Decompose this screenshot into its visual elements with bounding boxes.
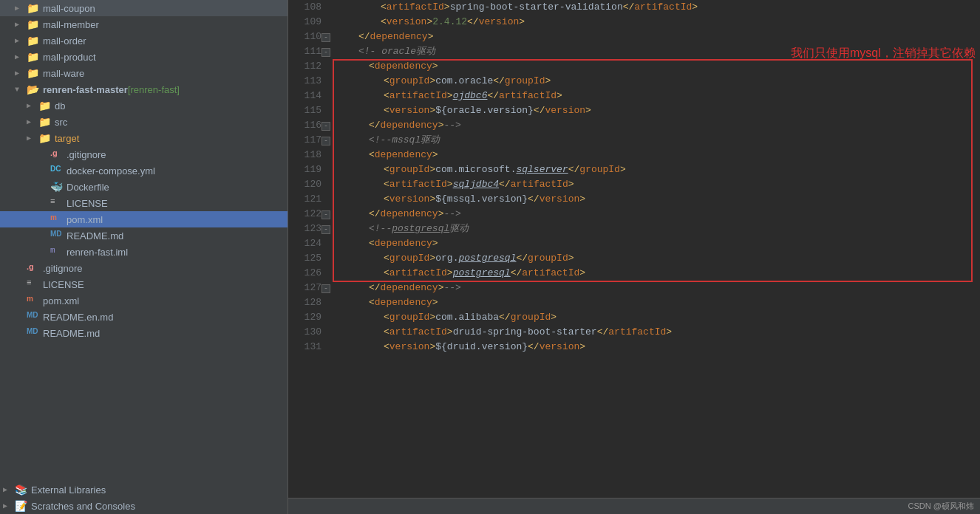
iml-icon: m (50, 246, 64, 258)
sidebar-item-readme-en[interactable]: ▶ MD README.en.md (0, 309, 287, 325)
table-row: 124 <dependency> (288, 236, 980, 251)
sidebar-item-mall-product[interactable]: ▶ 📁 mall-product (0, 49, 287, 65)
sidebar-item-license2[interactable]: ▶ ≡ LICENSE (0, 276, 287, 292)
table-row: 122 - </dependency>--> (288, 207, 980, 222)
line-number: 115 (288, 103, 321, 118)
sidebar-item-label: README.md (67, 230, 123, 241)
folder-icon: 📁 (27, 35, 40, 47)
sidebar-item-readme-md[interactable]: ▶ MD README.md (0, 227, 287, 244)
sidebar-item-label: mall-ware (43, 68, 84, 79)
fold-icon[interactable]: - (321, 122, 330, 131)
gutter-cell: - (321, 281, 336, 295)
code-cell: <groupId>org.postgresql</groupId> (336, 251, 980, 266)
expand-arrow: ▶ (27, 134, 38, 143)
sidebar-item-mall-coupon[interactable]: ▶ 📁 mall-coupon (0, 0, 287, 16)
sidebar-item-scratches[interactable]: ▶ 📝 Scratches and Consoles (0, 498, 287, 514)
fold-icon[interactable]: - (321, 225, 330, 234)
library-icon: 📚 (15, 484, 28, 496)
code-cell: </dependency> (336, 30, 980, 44)
line-number: 128 (288, 295, 321, 310)
folder-icon: 📁 (38, 116, 52, 128)
expand-arrow: ▶ (15, 36, 27, 45)
sidebar-item-license1[interactable]: ▶ ≡ LICENSE (0, 195, 287, 211)
code-cell: <groupId>com.alibaba</groupId> (336, 310, 980, 325)
code-cell: <version>${oracle.version}</version> (336, 103, 980, 118)
line-number: 127 (288, 281, 321, 295)
line-number: 124 (288, 236, 321, 251)
sidebar-item-target[interactable]: ▶ 📁 target (0, 130, 287, 146)
table-row: 121 <version>${mssql.version}</version> (288, 192, 980, 207)
sidebar-item-mall-member[interactable]: ▶ 📁 mall-member (0, 16, 287, 32)
line-number: 119 (288, 162, 321, 177)
folder-icon: 📁 (27, 18, 40, 30)
table-row: 120 <artifactId>sqljdbc4</artifactId> (288, 177, 980, 192)
sidebar-item-db[interactable]: ▶ 📁 db (0, 97, 287, 114)
sidebar-item-pom1[interactable]: ▶ m pom.xml (0, 211, 287, 227)
line-number: 112 (288, 59, 321, 74)
line-number: 130 (288, 325, 321, 340)
gutter-cell (321, 251, 336, 266)
sidebar-item-gitignore2[interactable]: ▶ .g .gitignore (0, 260, 287, 276)
fold-icon[interactable]: - (321, 284, 330, 293)
expand-arrow: ▶ (15, 4, 27, 13)
bottom-bar: CSDN @硕风和炜 (288, 498, 980, 514)
line-number: 125 (288, 251, 321, 266)
folder-icon: 📁 (27, 67, 40, 79)
expand-arrow: ▶ (15, 52, 27, 61)
table-row: 128 <dependency> (288, 295, 980, 310)
table-row: 110 - </dependency> (288, 30, 980, 44)
sidebar-item-docker-compose[interactable]: ▶ DC docker-compose.yml (0, 162, 287, 179)
sidebar-item-pom2[interactable]: ▶ m pom.xml (0, 292, 287, 309)
line-number: 110 (288, 30, 321, 44)
sidebar-item-mall-order[interactable]: ▶ 📁 mall-order (0, 32, 287, 49)
sidebar: ▶ 📁 mall-coupon ▶ 📁 mall-member ▶ 📁 mall… (0, 0, 288, 514)
sidebar-item-gitignore1[interactable]: ▶ .g .gitignore (0, 146, 287, 162)
code-cell: <dependency> (336, 295, 980, 310)
gutter-cell (321, 340, 336, 354)
sidebar-item-renren-fast-master[interactable]: ▼ 📂 renren-fast-master [renren-fast] (0, 81, 287, 97)
gutter-cell (321, 295, 336, 310)
sidebar-item-readme2[interactable]: ▶ MD README.md (0, 325, 287, 341)
fold-icon[interactable]: - (321, 33, 330, 42)
gutter-cell (321, 15, 336, 30)
code-cell: </dependency>--> (336, 281, 980, 295)
code-cell: <artifactId>ojdbc6</artifactId> (336, 89, 980, 103)
gutter-cell (321, 325, 336, 340)
table-row: 131 <version>${druid.version}</version> (288, 340, 980, 354)
dockerfile-icon: 🐳 (50, 181, 64, 193)
expand-arrow: ▶ (15, 69, 27, 78)
md-icon: MD (27, 327, 40, 339)
table-row: 114 <artifactId>ojdbc6</artifactId> (288, 89, 980, 103)
pom-icon: m (27, 295, 40, 306)
fold-icon[interactable]: - (321, 137, 330, 145)
code-scroll-area[interactable]: 108 <artifactId>spring-boot-starter-vali… (288, 0, 980, 498)
code-cell: <groupId>com.oracle</groupId> (336, 74, 980, 89)
sidebar-item-dockerfile[interactable]: ▶ 🐳 Dockerfile (0, 179, 287, 195)
sidebar-item-label: pom.xml (43, 295, 79, 306)
editor-content: 我们只使用mysql，注销掉其它依赖 108 <artifactId>sprin… (288, 0, 980, 498)
code-cell: <dependency> (336, 148, 980, 162)
sidebar-item-src[interactable]: ▶ 📁 src (0, 114, 287, 130)
code-cell: <dependency> (336, 236, 980, 251)
expand-arrow: ▶ (27, 117, 38, 126)
license-icon: ≡ (27, 278, 40, 290)
sidebar-item-mall-ware[interactable]: ▶ 📁 mall-ware (0, 65, 287, 81)
sidebar-item-renren-fast-iml[interactable]: ▶ m renren-fast.iml (0, 244, 287, 260)
expand-arrow: ▶ (3, 501, 15, 510)
sidebar-item-label: .gitignore (67, 149, 106, 160)
table-row: 125 <groupId>org.postgresql</groupId> (288, 251, 980, 266)
code-cell: <artifactId>sqljdbc4</artifactId> (336, 177, 980, 192)
sidebar-item-label: docker-compose.yml (67, 165, 155, 177)
license-icon: ≡ (50, 197, 64, 209)
folder-open-icon: 📂 (27, 83, 40, 95)
sidebar-item-label: renren-fast-master (43, 84, 128, 95)
line-number: 108 (288, 0, 321, 15)
table-row: 111 - <!- oracle驱动 (288, 44, 980, 59)
fold-icon[interactable]: - (321, 48, 330, 57)
table-row: 123 - <!--postgresql驱动 (288, 222, 980, 236)
fold-icon[interactable]: - (321, 210, 330, 219)
sidebar-item-label: target (55, 133, 79, 144)
expand-arrow: ▼ (15, 86, 27, 94)
gutter-cell (321, 74, 336, 89)
sidebar-item-external-libraries[interactable]: ▶ 📚 External Libraries (0, 482, 287, 498)
